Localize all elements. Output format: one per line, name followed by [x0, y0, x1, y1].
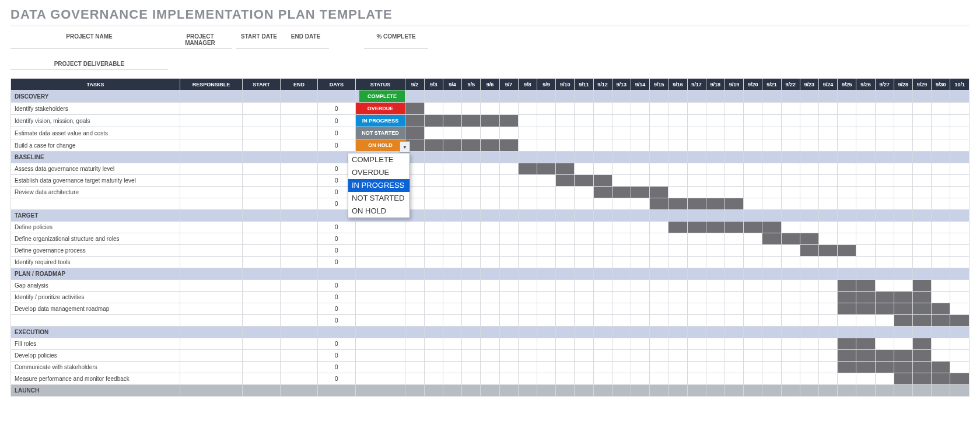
gantt-cell[interactable]	[668, 175, 687, 187]
gantt-cell[interactable]	[424, 90, 443, 103]
gantt-cell[interactable]	[856, 315, 875, 327]
gantt-cell[interactable]	[687, 373, 706, 385]
responsible-cell[interactable]	[180, 222, 242, 233]
gantt-cell[interactable]	[818, 175, 837, 187]
gantt-cell[interactable]	[744, 90, 762, 103]
gantt-cell[interactable]	[537, 198, 555, 210]
gantt-cell[interactable]	[537, 315, 555, 327]
start-cell[interactable]	[243, 292, 280, 303]
gantt-cell[interactable]	[800, 245, 818, 257]
gantt-cell[interactable]	[462, 338, 481, 350]
gantt-cell[interactable]	[724, 222, 743, 233]
meta-project-name[interactable]: PROJECT NAME	[10, 31, 168, 49]
gantt-cell[interactable]	[932, 373, 950, 385]
gantt-cell[interactable]	[838, 115, 856, 127]
days-cell[interactable]	[318, 385, 355, 397]
gantt-cell[interactable]	[781, 350, 800, 362]
gantt-cell[interactable]	[631, 127, 649, 139]
gantt-cell[interactable]	[612, 257, 631, 268]
gantt-cell[interactable]	[744, 152, 762, 163]
end-cell[interactable]	[280, 303, 317, 315]
gantt-cell[interactable]	[875, 139, 894, 152]
end-cell[interactable]	[280, 187, 317, 198]
gantt-cell[interactable]	[687, 338, 706, 350]
gantt-cell[interactable]	[668, 338, 687, 350]
gantt-cell[interactable]	[781, 233, 800, 245]
gantt-cell[interactable]	[612, 245, 631, 257]
gantt-cell[interactable]	[875, 210, 894, 222]
gantt-cell[interactable]	[424, 350, 443, 362]
gantt-cell[interactable]	[912, 257, 931, 268]
gantt-cell[interactable]	[556, 210, 575, 222]
gantt-cell[interactable]	[537, 115, 555, 127]
gantt-cell[interactable]	[668, 187, 687, 198]
gantt-cell[interactable]	[762, 362, 781, 373]
gantt-cell[interactable]	[631, 245, 649, 257]
gantt-cell[interactable]	[932, 163, 950, 175]
status-cell[interactable]	[355, 327, 405, 338]
start-cell[interactable]	[243, 163, 280, 175]
gantt-cell[interactable]	[706, 303, 724, 315]
gantt-cell[interactable]	[932, 268, 950, 280]
gantt-cell[interactable]	[556, 268, 575, 280]
gantt-cell[interactable]	[781, 338, 800, 350]
gantt-cell[interactable]	[668, 233, 687, 245]
gantt-cell[interactable]	[556, 280, 575, 292]
gantt-cell[interactable]	[443, 362, 461, 373]
gantt-cell[interactable]	[724, 292, 743, 303]
gantt-cell[interactable]	[575, 163, 593, 175]
gantt-cell[interactable]	[724, 280, 743, 292]
gantt-cell[interactable]	[556, 338, 575, 350]
gantt-cell[interactable]	[518, 90, 537, 103]
end-cell[interactable]	[280, 280, 317, 292]
gantt-cell[interactable]	[443, 233, 461, 245]
gantt-cell[interactable]	[818, 327, 837, 338]
end-cell[interactable]	[280, 163, 317, 175]
gantt-cell[interactable]	[537, 175, 555, 187]
end-cell[interactable]	[280, 268, 317, 280]
days-cell[interactable]: 0	[318, 280, 355, 292]
responsible-cell[interactable]	[180, 90, 242, 103]
start-cell[interactable]	[243, 245, 280, 257]
gantt-cell[interactable]	[875, 268, 894, 280]
gantt-cell[interactable]	[481, 385, 499, 397]
gantt-cell[interactable]	[838, 152, 856, 163]
gantt-cell[interactable]	[499, 90, 518, 103]
gantt-cell[interactable]	[518, 373, 537, 385]
gantt-cell[interactable]	[762, 373, 781, 385]
gantt-cell[interactable]	[612, 175, 631, 187]
gantt-cell[interactable]	[593, 139, 612, 152]
responsible-cell[interactable]	[180, 198, 242, 210]
gantt-cell[interactable]	[687, 152, 706, 163]
start-cell[interactable]	[243, 327, 280, 338]
gantt-cell[interactable]	[668, 139, 687, 152]
gantt-cell[interactable]	[744, 280, 762, 292]
days-cell[interactable]: 0	[318, 115, 355, 127]
gantt-cell[interactable]	[781, 90, 800, 103]
gantt-cell[interactable]	[932, 338, 950, 350]
gantt-cell[interactable]	[518, 315, 537, 327]
gantt-cell[interactable]	[894, 385, 912, 397]
responsible-cell[interactable]	[180, 187, 242, 198]
gantt-cell[interactable]	[838, 362, 856, 373]
gantt-cell[interactable]	[518, 245, 537, 257]
gantt-cell[interactable]	[556, 233, 575, 245]
gantt-cell[interactable]	[518, 198, 537, 210]
gantt-cell[interactable]	[424, 163, 443, 175]
gantt-cell[interactable]	[668, 210, 687, 222]
gantt-cell[interactable]	[612, 327, 631, 338]
gantt-cell[interactable]	[706, 257, 724, 268]
start-cell[interactable]	[243, 187, 280, 198]
gantt-cell[interactable]	[481, 210, 499, 222]
gantt-cell[interactable]	[706, 362, 724, 373]
gantt-cell[interactable]	[612, 268, 631, 280]
gantt-cell[interactable]	[912, 163, 931, 175]
gantt-cell[interactable]	[631, 175, 649, 187]
gantt-cell[interactable]	[575, 198, 593, 210]
gantt-cell[interactable]	[894, 338, 912, 350]
gantt-cell[interactable]	[631, 327, 649, 338]
gantt-cell[interactable]	[424, 127, 443, 139]
gantt-cell[interactable]	[912, 385, 931, 397]
gantt-cell[interactable]	[556, 373, 575, 385]
gantt-cell[interactable]	[818, 90, 837, 103]
